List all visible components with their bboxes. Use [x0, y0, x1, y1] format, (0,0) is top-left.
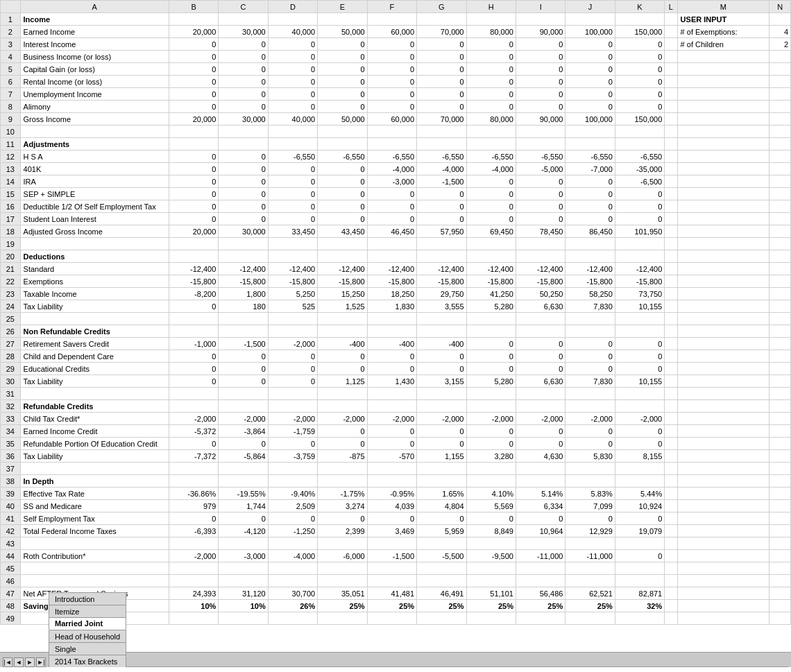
cell-15-f[interactable]: 0 — [367, 188, 416, 200]
cell-43-g[interactable] — [417, 537, 466, 550]
cell-21-m[interactable] — [677, 263, 769, 275]
cell-26-c[interactable] — [219, 325, 268, 338]
cell-21-d[interactable]: -12,400 — [268, 263, 317, 275]
cell-29-c[interactable]: 0 — [219, 363, 268, 375]
cell-44-e[interactable]: -6,000 — [318, 550, 367, 562]
cell-20-i[interactable] — [516, 250, 565, 263]
cell-25-b[interactable] — [169, 313, 218, 325]
cell-18-g[interactable]: 57,950 — [417, 225, 466, 238]
cell-32-d[interactable] — [268, 400, 317, 413]
cell-1-i[interactable] — [516, 13, 565, 26]
cell-19-j[interactable] — [565, 238, 615, 250]
cell-40-k[interactable]: 10,924 — [615, 500, 664, 512]
cell-23-i[interactable]: 50,250 — [516, 288, 565, 300]
cell-14-a[interactable]: IRA — [20, 175, 169, 188]
cell-48-d[interactable]: 26% — [268, 600, 317, 612]
cell-39-i[interactable]: 5.14% — [516, 488, 565, 500]
cell-20-m[interactable] — [677, 250, 769, 263]
cell-20-b[interactable] — [169, 250, 218, 263]
cell-35-e[interactable]: 0 — [318, 438, 367, 450]
cell-45-f[interactable] — [367, 562, 416, 575]
cell-47-h[interactable]: 51,101 — [466, 587, 516, 600]
cell-46-m[interactable] — [677, 575, 769, 587]
cell-29-d[interactable]: 0 — [268, 363, 317, 375]
cell-9-g[interactable]: 70,000 — [417, 113, 466, 126]
cell-17-g[interactable]: 0 — [417, 213, 466, 225]
cell-22-i[interactable]: -15,800 — [516, 275, 565, 288]
cell-14-n[interactable] — [769, 175, 791, 188]
cell-16-f[interactable]: 0 — [367, 200, 416, 213]
cell-32-n[interactable] — [769, 400, 791, 413]
cell-24-m[interactable] — [677, 300, 769, 313]
cell-21-n[interactable] — [769, 263, 791, 275]
cell-38-c[interactable] — [219, 475, 268, 488]
cell-42-f[interactable]: 3,469 — [367, 525, 416, 537]
cell-5-n[interactable] — [769, 63, 791, 76]
cell-45-a[interactable] — [20, 562, 169, 575]
cell-17-m[interactable] — [677, 213, 769, 225]
cell-38-i[interactable] — [516, 475, 565, 488]
cell-7-d[interactable]: 0 — [268, 88, 317, 101]
cell-23-m[interactable] — [677, 288, 769, 300]
cell-28-i[interactable]: 0 — [516, 350, 565, 363]
cell-10-n[interactable] — [769, 126, 791, 138]
cell-37-d[interactable] — [268, 463, 317, 475]
cell-47-b[interactable]: 24,393 — [169, 587, 218, 600]
cell-39-e[interactable]: -1.75% — [318, 488, 367, 500]
cell-15-k[interactable]: 0 — [615, 188, 664, 200]
cell-29-m[interactable] — [677, 363, 769, 375]
cell-30-h[interactable]: 5,280 — [466, 375, 516, 388]
cell-19-f[interactable] — [367, 238, 416, 250]
cell-7-c[interactable]: 0 — [219, 88, 268, 101]
cell-46-a[interactable] — [20, 575, 169, 587]
cell-41-k[interactable]: 0 — [615, 512, 664, 525]
col-header-N[interactable]: N — [769, 1, 791, 13]
cell-34-a[interactable]: Earned Income Credit — [20, 425, 169, 438]
cell-30-e[interactable]: 1,125 — [318, 375, 367, 388]
cell-37-b[interactable] — [169, 463, 218, 475]
tab-nav-prev[interactable]: ◄ — [14, 657, 24, 667]
cell-14-j[interactable]: 0 — [565, 175, 615, 188]
cell-12-h[interactable]: -6,550 — [466, 150, 516, 163]
cell-35-n[interactable] — [769, 438, 791, 450]
cell-35-h[interactable]: 0 — [466, 438, 516, 450]
cell-46-k[interactable] — [615, 575, 664, 587]
cell-1-g[interactable] — [417, 13, 466, 26]
cell-8-j[interactable]: 0 — [565, 101, 615, 113]
cell-46-e[interactable] — [318, 575, 367, 587]
cell-40-j[interactable]: 7,099 — [565, 500, 615, 512]
cell-15-n[interactable] — [769, 188, 791, 200]
cell-11-k[interactable] — [615, 138, 664, 150]
cell-42-m[interactable] — [677, 525, 769, 537]
cell-28-n[interactable] — [769, 350, 791, 363]
cell-18-i[interactable]: 78,450 — [516, 225, 565, 238]
cell-15-h[interactable]: 0 — [466, 188, 516, 200]
cell-24-f[interactable]: 1,830 — [367, 300, 416, 313]
cell-12-b[interactable]: 0 — [169, 150, 218, 163]
cell-24-e[interactable]: 1,525 — [318, 300, 367, 313]
cell-28-h[interactable]: 0 — [466, 350, 516, 363]
cell-20-c[interactable] — [219, 250, 268, 263]
cell-46-c[interactable] — [219, 575, 268, 587]
cell-17-i[interactable]: 0 — [516, 213, 565, 225]
col-header-B[interactable]: B — [169, 1, 218, 13]
cell-1-a[interactable]: Income — [20, 13, 169, 26]
cell-28-c[interactable]: 0 — [219, 350, 268, 363]
cell-22-g[interactable]: -15,800 — [417, 275, 466, 288]
cell-25-f[interactable] — [367, 313, 416, 325]
cell-14-g[interactable]: -1,500 — [417, 175, 466, 188]
cell-41-i[interactable]: 0 — [516, 512, 565, 525]
cell-42-n[interactable] — [769, 525, 791, 537]
col-header-D[interactable]: D — [268, 1, 317, 13]
cell-25-n[interactable] — [769, 313, 791, 325]
cell-25-g[interactable] — [417, 313, 466, 325]
cell-30-c[interactable]: 0 — [219, 375, 268, 388]
cell-13-m[interactable] — [677, 163, 769, 175]
cell-30-d[interactable]: 0 — [268, 375, 317, 388]
cell-20-a[interactable]: Deductions — [20, 250, 169, 263]
cell-15-m[interactable] — [677, 188, 769, 200]
cell-18-h[interactable]: 69,450 — [466, 225, 516, 238]
cell-17-a[interactable]: Student Loan Interest — [20, 213, 169, 225]
cell-29-i[interactable]: 0 — [516, 363, 565, 375]
cell-46-d[interactable] — [268, 575, 317, 587]
